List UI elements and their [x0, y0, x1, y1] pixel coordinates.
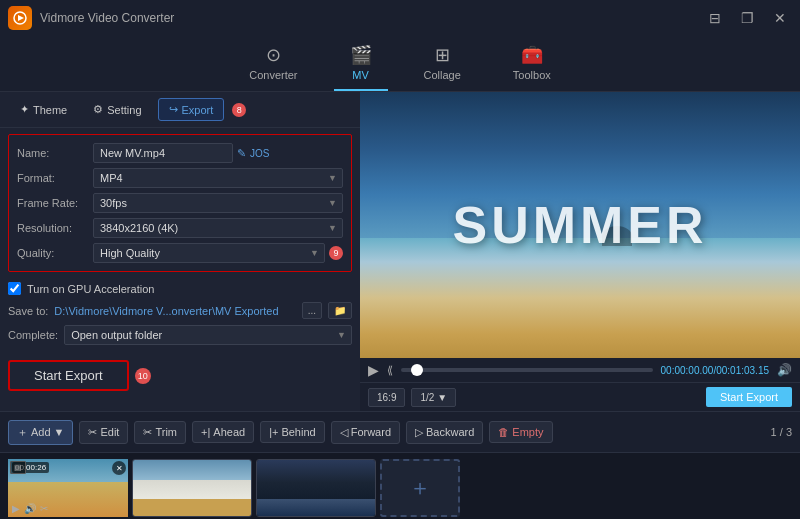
quality-select[interactable]: High Quality [93, 243, 325, 263]
resolution-row: Resolution: 3840x2160 (4K) ▼ [17, 218, 343, 238]
ahead-icon: +| [201, 426, 210, 438]
export-btn[interactable]: ↪ Export [158, 98, 225, 121]
edit-btn[interactable]: ✂ Edit [79, 421, 128, 444]
app-title: Vidmore Video Converter [40, 11, 703, 25]
export-icon: ↪ [169, 103, 178, 116]
zoom-arrow: ▼ [437, 392, 447, 403]
converter-icon: ⊙ [266, 44, 281, 66]
add-label: Add [31, 426, 51, 438]
behind-label: Behind [281, 426, 315, 438]
rewind-btn[interactable]: ⟪ [387, 364, 393, 377]
timeline-item-3 [256, 459, 376, 517]
setting-btn[interactable]: ⚙ Setting [83, 99, 151, 120]
start-export-container: Start Export 10 [0, 348, 360, 399]
minimize-btn[interactable]: ⊟ [703, 8, 727, 28]
gpu-label: Turn on GPU Acceleration [27, 283, 154, 295]
page-info: 1 / 3 [771, 426, 792, 438]
play-btn[interactable]: ▶ [368, 362, 379, 378]
maximize-btn[interactable]: ❐ [735, 8, 760, 28]
thumb-2[interactable] [132, 459, 252, 517]
forward-btn[interactable]: ◁ Forward [331, 421, 400, 444]
path-folder-btn[interactable]: 📁 [328, 302, 352, 319]
theme-btn[interactable]: ✦ Theme [10, 99, 77, 120]
thumb-3-water [257, 499, 375, 516]
backward-btn[interactable]: ▷ Backward [406, 421, 483, 444]
path-dots-btn[interactable]: ... [302, 302, 322, 319]
thumb-1-close[interactable]: ✕ [112, 461, 126, 475]
thumb-3[interactable] [256, 459, 376, 517]
gpu-row: Turn on GPU Acceleration [0, 278, 360, 299]
timeline-item-1: 00:00:26 ▶ 🔊 ✂ ✕ ▤ [8, 459, 128, 517]
volume-icon[interactable]: 🔊 [777, 363, 792, 377]
complete-select[interactable]: Open output folder [64, 325, 352, 345]
time-display: 00:00:00.00/00:01:03.15 [661, 365, 769, 376]
mv-icon: 🎬 [350, 44, 372, 66]
svg-marker-1 [18, 15, 24, 21]
add-arrow: ▼ [54, 426, 65, 438]
thumb-1-type-icon: ▤ [10, 461, 26, 474]
behind-btn[interactable]: |+ Behind [260, 421, 325, 443]
trim-btn[interactable]: ✂ Trim [134, 421, 186, 444]
trim-label: Trim [155, 426, 177, 438]
collage-icon: ⊞ [435, 44, 450, 66]
framerate-select-wrap: 30fps ▼ [93, 193, 343, 213]
app-logo [8, 6, 32, 30]
ratio-btn[interactable]: 16:9 [368, 388, 405, 407]
start-export-btn[interactable]: Start Export [8, 360, 129, 391]
thumb-1-overlay: 00:00:26 ▶ 🔊 ✂ [8, 459, 128, 517]
export-form: Name: ✎ JOS Format: MP4 ▼ Fra [8, 134, 352, 272]
name-input[interactable] [93, 143, 233, 163]
name-link[interactable]: JOS [250, 148, 269, 159]
gpu-checkbox[interactable] [8, 282, 21, 295]
ahead-btn[interactable]: +| Ahead [192, 421, 254, 443]
window-controls: ⊟ ❐ ✕ [703, 8, 792, 28]
ratio-controls: 16:9 1/2 ▼ [368, 388, 456, 407]
tab-mv-label: MV [352, 69, 369, 81]
play-small-icon[interactable]: ▶ [12, 503, 20, 514]
timeline: 00:00:26 ▶ 🔊 ✂ ✕ ▤ ＋ [0, 453, 800, 519]
thumb-2-beach [133, 480, 251, 500]
resolution-select[interactable]: 3840x2160 (4K) [93, 218, 343, 238]
time-current: 00:00:00.00 [661, 365, 714, 376]
zoom-btn[interactable]: 1/2 ▼ [411, 388, 456, 407]
vol-small-icon[interactable]: 🔊 [24, 503, 36, 514]
thumb-2-sand [133, 499, 251, 516]
tab-mv[interactable]: 🎬 MV [334, 40, 388, 91]
empty-btn[interactable]: 🗑 Empty [489, 421, 552, 443]
title-bar: Vidmore Video Converter ⊟ ❐ ✕ [0, 0, 800, 36]
tab-converter[interactable]: ⊙ Converter [233, 40, 313, 91]
panel-toolbar: ✦ Theme ⚙ Setting ↪ Export 8 [0, 92, 360, 128]
backward-icon: ▷ [415, 426, 423, 439]
name-label: Name: [17, 147, 93, 159]
setting-label: Setting [107, 104, 141, 116]
quality-select-wrap: High Quality ▼ [93, 243, 325, 263]
add-clip-btn[interactable]: ＋ [380, 459, 460, 517]
left-panel: ✦ Theme ⚙ Setting ↪ Export 8 Name: ✎ JOS [0, 92, 360, 411]
progress-bar[interactable] [401, 368, 653, 372]
zoom-label: 1/2 [420, 392, 434, 403]
tab-converter-label: Converter [249, 69, 297, 81]
thumb-1[interactable]: 00:00:26 ▶ 🔊 ✂ [8, 459, 128, 517]
name-value-container: ✎ JOS [93, 143, 343, 163]
add-icon: ＋ [17, 425, 28, 440]
edit-icon[interactable]: ✎ [237, 147, 246, 160]
quality-badge: 9 [329, 246, 343, 260]
start-export-right-btn[interactable]: Start Export [706, 387, 792, 407]
add-btn[interactable]: ＋ Add ▼ [8, 420, 73, 445]
time-total: 00:01:03.15 [716, 365, 769, 376]
cut-small-icon[interactable]: ✂ [40, 503, 48, 514]
thumb-2-sky [133, 460, 251, 480]
tab-toolbox-label: Toolbox [513, 69, 551, 81]
name-row: Name: ✎ JOS [17, 143, 343, 163]
format-select[interactable]: MP4 [93, 168, 343, 188]
tab-toolbox[interactable]: 🧰 Toolbox [497, 40, 567, 91]
framerate-row: Frame Rate: 30fps ▼ [17, 193, 343, 213]
framerate-select[interactable]: 30fps [93, 193, 343, 213]
video-controls-bar: ▶ ⟪ 00:00:00.00/00:01:03.15 🔊 [360, 358, 800, 382]
trim-icon: ✂ [143, 426, 152, 439]
close-btn[interactable]: ✕ [768, 8, 792, 28]
start-export-badge: 10 [135, 368, 151, 384]
video-bottom-bar: 16:9 1/2 ▼ Start Export [360, 382, 800, 411]
gear-icon: ⚙ [93, 103, 103, 116]
tab-collage[interactable]: ⊞ Collage [408, 40, 477, 91]
